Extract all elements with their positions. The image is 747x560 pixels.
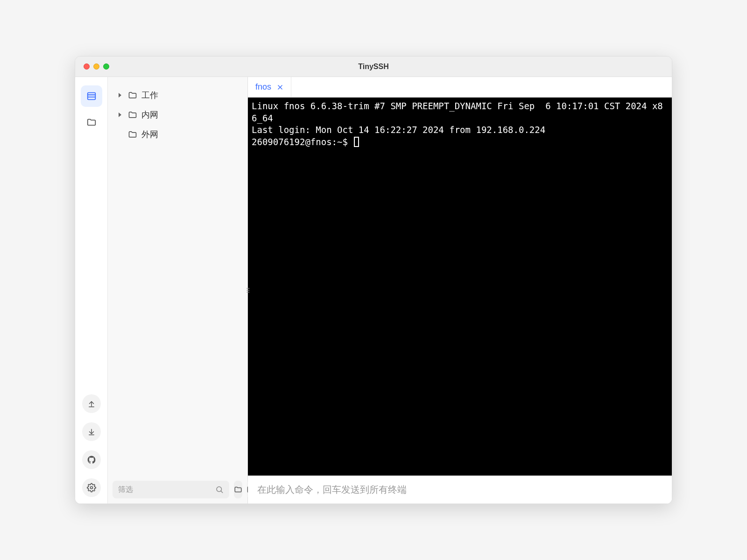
terminal[interactable]: Linux fnos 6.6.38-trim #7 SMP PREEMPT_DY… (248, 98, 672, 476)
rail-hosts[interactable] (81, 85, 102, 107)
folder-icon (127, 129, 138, 140)
tab-label: fnos (255, 82, 271, 92)
activity-rail (75, 77, 108, 504)
rail-settings[interactable] (82, 478, 101, 497)
search-icon (215, 485, 224, 494)
rail-download[interactable] (82, 422, 101, 441)
window-title: TinySSH (358, 63, 389, 71)
tabbar: fnos (248, 77, 672, 98)
tree-item-external[interactable]: 外网 (113, 125, 243, 144)
tree-item-work[interactable]: 工作 (113, 85, 243, 105)
close-icon[interactable] (277, 84, 283, 91)
svg-rect-0 (87, 93, 95, 100)
folder-icon (234, 485, 242, 494)
minimize-window-button[interactable] (93, 63, 99, 70)
command-footer (248, 476, 672, 504)
chevron-right-icon (116, 111, 124, 119)
folder-icon (86, 117, 97, 127)
titlebar: TinySSH (75, 56, 672, 77)
folder-icon (127, 90, 138, 100)
broadcast-command-input[interactable] (257, 484, 662, 495)
terminal-prompt: 2609076192@fnos:~$ (252, 137, 353, 147)
download-icon (87, 427, 96, 436)
filter-input[interactable] (118, 485, 211, 494)
rail-files[interactable] (81, 112, 102, 133)
tab-fnos[interactable]: fnos (248, 77, 291, 97)
tree-label: 外网 (141, 129, 158, 140)
terminal-line: Last login: Mon Oct 14 16:22:27 2024 fro… (252, 125, 545, 135)
chevron-right-icon (116, 91, 124, 99)
tree-label: 工作 (141, 90, 158, 101)
github-icon (87, 455, 96, 464)
tree-item-intranet[interactable]: 内网 (113, 105, 243, 125)
terminal-line: Linux fnos 6.6.38-trim #7 SMP PREEMPT_DY… (252, 101, 663, 123)
filter-box[interactable] (113, 481, 229, 498)
app-body: 工作 内网 外网 (75, 77, 672, 504)
traffic-lights (75, 63, 109, 70)
host-tree: 工作 内网 外网 (108, 77, 247, 476)
svg-line-5 (221, 491, 223, 493)
cursor (354, 137, 359, 147)
close-window-button[interactable] (84, 63, 90, 70)
maximize-window-button[interactable] (103, 63, 109, 70)
upload-icon (87, 399, 96, 408)
gear-icon (87, 483, 96, 492)
sidebar-footer (108, 476, 247, 504)
svg-point-3 (90, 487, 92, 489)
app-window: TinySSH (75, 56, 672, 504)
tree-label: 内网 (141, 109, 158, 120)
folder-icon (127, 110, 138, 120)
sidebar: 工作 内网 外网 (108, 77, 248, 504)
open-folder-button[interactable] (234, 481, 242, 498)
splitter-handle[interactable] (246, 284, 250, 297)
rail-github[interactable] (82, 450, 101, 469)
list-icon (86, 91, 97, 101)
rail-upload[interactable] (82, 394, 101, 413)
main-area: fnos Linux fnos 6.6.38-trim #7 SMP PREEM… (248, 77, 672, 504)
